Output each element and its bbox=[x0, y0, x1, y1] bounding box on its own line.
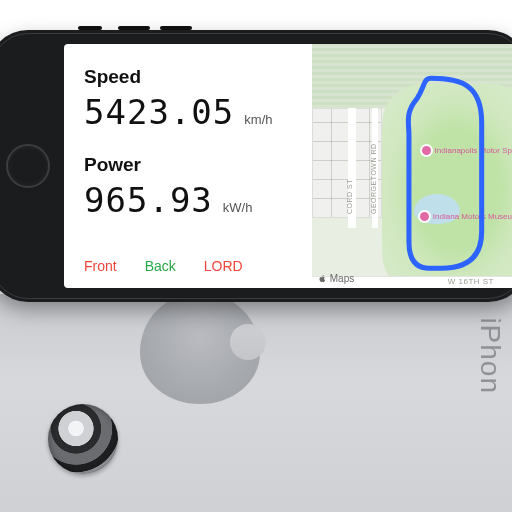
power-label: Power bbox=[84, 154, 302, 176]
screen: Speed 5423.05 km/h Power 965.93 kW/h Fro… bbox=[64, 44, 512, 288]
apple-icon bbox=[318, 274, 327, 283]
metrics-panel: Speed 5423.05 km/h Power 965.93 kW/h Fro… bbox=[64, 44, 312, 288]
camera-lens-icon bbox=[48, 404, 118, 474]
map-view[interactable]: CORD ST GEORGETOWN RD Indianapolis Motor… bbox=[312, 44, 512, 288]
volume-up-button-icon bbox=[118, 26, 150, 30]
tab-bar: Front Back LORD bbox=[84, 252, 302, 274]
second-phone-back: iPhon bbox=[0, 294, 512, 512]
mute-switch-icon bbox=[78, 26, 102, 30]
tab-back[interactable]: Back bbox=[145, 258, 176, 274]
tab-front[interactable]: Front bbox=[84, 258, 117, 274]
volume-down-button-icon bbox=[160, 26, 192, 30]
speed-label: Speed bbox=[84, 66, 302, 88]
speed-value: 5423.05 bbox=[84, 92, 234, 132]
map-attribution: Maps bbox=[318, 273, 354, 284]
device-brand-text: iPhon bbox=[474, 317, 506, 394]
power-row: 965.93 kW/h bbox=[84, 180, 302, 220]
phone-frame: Speed 5423.05 km/h Power 965.93 kW/h Fro… bbox=[0, 30, 512, 302]
speed-unit: km/h bbox=[244, 112, 272, 127]
tab-lord[interactable]: LORD bbox=[204, 258, 243, 274]
map-road-label: W 16TH ST bbox=[448, 277, 494, 286]
apple-logo-icon bbox=[140, 294, 260, 404]
home-button[interactable] bbox=[6, 144, 50, 188]
power-unit: kW/h bbox=[223, 200, 253, 215]
power-value: 965.93 bbox=[84, 180, 213, 220]
route-track-icon bbox=[312, 44, 512, 288]
speed-row: 5423.05 km/h bbox=[84, 92, 302, 132]
